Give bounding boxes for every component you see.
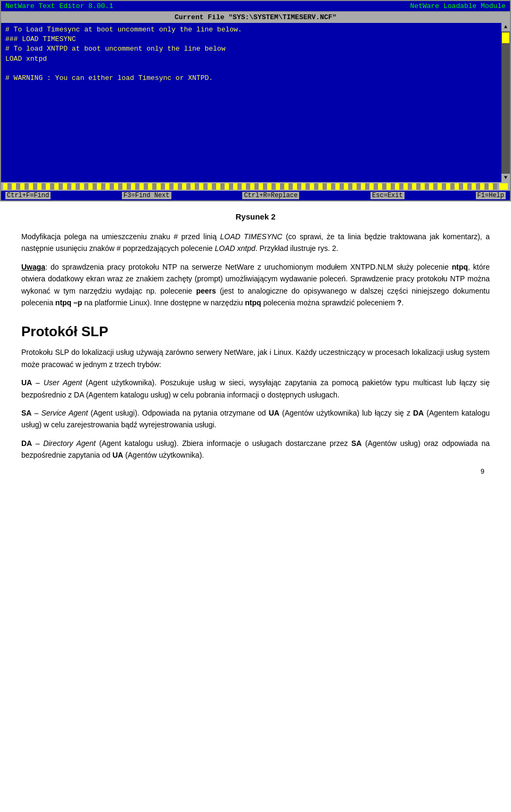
terminal-progress-thumb [499, 183, 508, 190]
terminal-line-1: # To Load Timesync at boot uncomment onl… [5, 25, 491, 35]
main-content: Rysunek 2 Modyfikacja polega na umieszcz… [0, 201, 511, 486]
terminal-line-16 [5, 170, 491, 180]
footer-find[interactable]: Ctrl+F=Find [5, 192, 51, 199]
paragraph-da: DA – Directory Agent (Agent katalogu usł… [21, 437, 490, 461]
terminal-footer: Ctrl+F=Find F3=Find Next Ctrl+R=Replace … [1, 191, 510, 200]
terminal-progress-bar [3, 183, 497, 190]
footer-help[interactable]: F1=Help [476, 192, 506, 199]
terminal-line-2: ### LOAD TIMESYNC [5, 35, 491, 44]
terminal-line-11 [5, 122, 491, 132]
terminal-line-7 [5, 83, 491, 93]
paragraph-3: Protokołu SLP do lokalizacji usług używa… [21, 346, 490, 370]
figure-caption: Rysunek 2 [21, 212, 490, 221]
scroll-down-arrow[interactable]: ▼ [501, 174, 510, 182]
section-title-slp: Protokół SLP [21, 323, 490, 340]
terminal-line-3: # To load XNTPD at boot uncomment only t… [5, 44, 491, 54]
page-number: 9 [21, 467, 490, 475]
terminal-scrollbar[interactable]: ▲ ▼ [501, 23, 510, 182]
terminal-line-10 [5, 112, 491, 122]
footer-replace[interactable]: Ctrl+R=Replace [242, 192, 299, 199]
footer-exit[interactable]: Esc=Exit [370, 192, 405, 199]
terminal-header: NetWare Text Editor 8.00.1 NetWare Loada… [1, 1, 510, 12]
terminal-body: # To Load Timesync at boot uncomment onl… [1, 23, 501, 182]
footer-find-next[interactable]: F3=Find Next [122, 192, 171, 199]
paragraph-ua: UA – User Agent (Agent użytkownika). Pos… [21, 377, 490, 401]
scroll-thumb [502, 33, 509, 43]
paragraph-1: Modyfikacja polega na umieszczeniu znaku… [21, 231, 490, 255]
terminal-line-5 [5, 64, 491, 74]
terminal-line-6: # WARNING : You can either load Timesync… [5, 74, 491, 83]
paragraph-2: Uwaga: do sprawdzenia pracy protokołu NT… [21, 261, 490, 309]
terminal-line-8 [5, 93, 491, 102]
terminal-line-9 [5, 103, 491, 112]
terminal-status-bar [1, 182, 510, 191]
page: NetWare Text Editor 8.00.1 NetWare Loada… [0, 0, 511, 486]
terminal-module-name: NetWare Loadable Module [410, 2, 506, 10]
terminal-title: Current File "SYS:\SYSTEM\TIMESERV.NCF" [1, 12, 510, 23]
terminal-app-name: NetWare Text Editor 8.00.1 [5, 2, 113, 10]
paragraph-sa: SA – Service Agent (Agent usługi). Odpow… [21, 407, 490, 431]
terminal-line-13 [5, 141, 491, 151]
terminal-line-4: LOAD xntpd [5, 54, 491, 64]
terminal-line-15 [5, 161, 491, 170]
scroll-up-arrow[interactable]: ▲ [501, 23, 510, 31]
terminal-line-14 [5, 151, 491, 160]
uwaga-label: Uwaga [21, 263, 45, 271]
terminal-editor: NetWare Text Editor 8.00.1 NetWare Loada… [0, 0, 511, 201]
terminal-line-12 [5, 132, 491, 141]
